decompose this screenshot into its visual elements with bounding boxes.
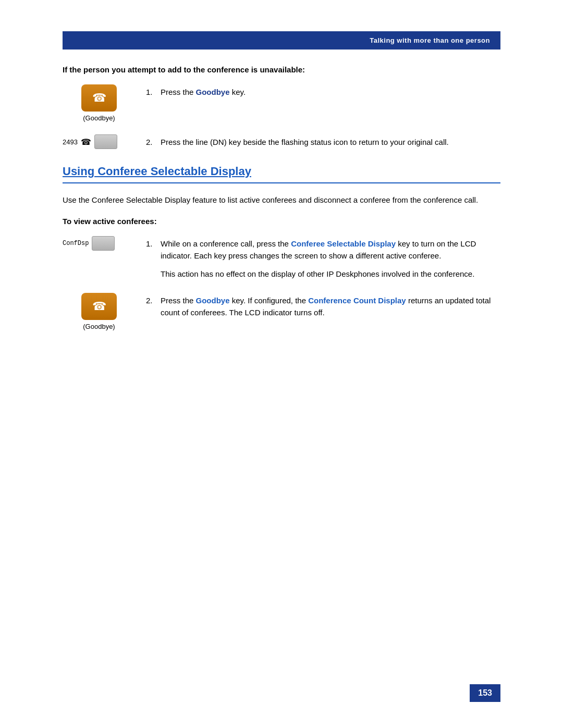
step1-after: key. (230, 88, 246, 96)
step-number-1: 1. (146, 87, 156, 98)
goodbye-icon-area-2: ☎ (Goodbye) (63, 293, 136, 330)
dn-phone-icon: ☎ (81, 137, 91, 147)
step2-text: 2. Press the line (DN) key beside the fl… (146, 134, 500, 149)
s2s1-before: While on a conference call, press the (161, 239, 291, 248)
header-banner: Talking with more than one person (63, 31, 500, 50)
confdsp-label: ConfDsp (63, 240, 89, 247)
goodbye-button-image-2: ☎ (81, 293, 117, 320)
section2-step-number-1: 1. (146, 238, 156, 280)
goodbye-button-image: ☎ (81, 84, 117, 112)
step1-text: 1. Press the Goodbye key. (146, 84, 500, 98)
s2s2-middle: key. If configured, the (230, 296, 309, 305)
view-conferees-heading: To view active conferees: (63, 217, 500, 226)
section2-title: Using Conferee Selectable Display (63, 165, 500, 183)
goodbye-icon-area: ☎ (Goodbye) (63, 84, 136, 122)
phone-icon: ☎ (92, 91, 106, 105)
page-number-box: 153 (470, 684, 500, 702)
goodbye-label-2: (Goodbye) (83, 323, 115, 330)
phone-icon-2: ☎ (92, 300, 106, 313)
page-number: 153 (478, 688, 492, 697)
dn-number: 2493 (63, 138, 78, 146)
s2s2-blue1: Goodbye (196, 296, 230, 305)
dn-icon-area: 2493 ☎ (63, 134, 136, 149)
s2s1-blue: Conferee Selectable Display (291, 239, 396, 248)
confdsp-row: ConfDsp (63, 236, 136, 251)
step1-content: Press the Goodbye key. (161, 87, 246, 98)
step1-before: Press the (161, 88, 196, 96)
section2-step1-content: While on a conference call, press the Co… (161, 238, 500, 280)
section2-step2-content: Press the Goodbye key. If configured, th… (161, 295, 500, 318)
section2-step1-row: ConfDsp 1. While on a conference call, p… (63, 236, 500, 280)
section2-step2-row: ☎ (Goodbye) 2. Press the Goodbye key. If… (63, 293, 500, 330)
step2-row: 2493 ☎ 2. Press the line (DN) key beside… (63, 134, 500, 149)
s2s2-before: Press the (161, 296, 196, 305)
dn-gray-button (94, 134, 117, 149)
section2-body: Use the Conferee Selectable Display feat… (63, 194, 500, 206)
unavailable-heading: If the person you attempt to add to the … (63, 65, 500, 74)
goodbye-blue-1: Goodbye (196, 88, 230, 96)
page-container: Talking with more than one person If the… (0, 0, 563, 728)
s2s1-subtext: This action has no effect on the display… (161, 268, 500, 280)
section2-step-number-2: 2. (146, 295, 156, 318)
confdsp-icon-area: ConfDsp (63, 236, 136, 251)
step2-content: Press the line (DN) key beside the flash… (161, 137, 449, 149)
goodbye-label-1: (Goodbye) (83, 114, 115, 122)
header-banner-text: Talking with more than one person (370, 36, 490, 44)
section2-step1-text: 1. While on a conference call, press the… (146, 236, 500, 280)
step1-row: ☎ (Goodbye) 1. Press the Goodbye key. (63, 84, 500, 122)
dn-row: 2493 ☎ (63, 134, 136, 149)
step-number-2: 2. (146, 137, 156, 149)
section2-step2-text: 2. Press the Goodbye key. If configured,… (146, 293, 500, 318)
s2s2-blue2: Conference Count Display (308, 296, 406, 305)
confdsp-gray-button (92, 236, 115, 251)
